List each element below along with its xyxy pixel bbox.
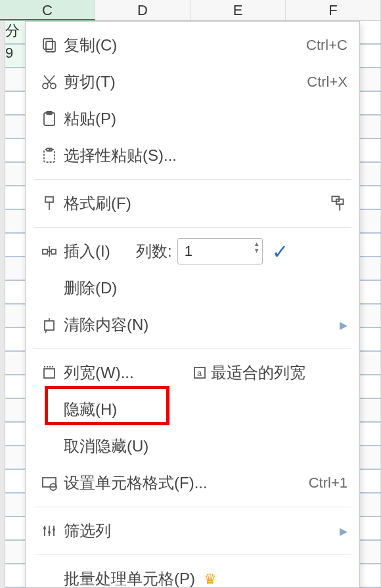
filter-icon	[35, 522, 64, 540]
svg-point-32	[48, 531, 51, 534]
cut-icon	[35, 73, 64, 91]
row-gutter	[0, 21, 5, 588]
menu-separator	[34, 227, 351, 228]
menu-filter-label: 筛选列	[64, 520, 340, 541]
crown-icon: ♛	[204, 571, 217, 587]
menu-format-painter[interactable]: 格式刷(F)	[26, 185, 359, 222]
menu-clear-label: 清除内容(N)	[64, 314, 340, 335]
menu-separator	[34, 348, 351, 349]
svg-rect-16	[51, 249, 56, 254]
menu-cut[interactable]: 剪切(T) Ctrl+X	[26, 64, 359, 100]
format-painter-alt-icon[interactable]	[328, 194, 347, 213]
svg-point-3	[51, 83, 56, 89]
clear-icon	[35, 316, 64, 334]
col-header-f[interactable]: F	[286, 0, 381, 20]
menu-batch[interactable]: 批量处理单元格(P) ♛	[26, 560, 359, 588]
svg-text:a: a	[197, 368, 202, 378]
format-painter-icon	[35, 194, 64, 213]
menu-hide-label: 隐藏(H)	[64, 399, 347, 420]
menu-autofit-label[interactable]: 最适合的列宽	[211, 362, 305, 383]
insert-count-spinner[interactable]: ▲▼	[177, 238, 263, 264]
col-header-d[interactable]: D	[95, 0, 190, 20]
col-width-icon	[35, 364, 64, 382]
copy-icon	[35, 36, 64, 54]
menu-separator	[34, 507, 351, 507]
menu-unhide[interactable]: 取消隐藏(U)	[26, 428, 359, 465]
paste-icon	[35, 110, 64, 128]
menu-batch-label: 批量处理单元格(P) ♛	[64, 568, 347, 588]
menu-format-painter-label: 格式刷(F)	[64, 193, 328, 214]
menu-paste-special-label: 选择性粘贴(S)...	[64, 145, 347, 166]
menu-cut-label: 剪切(T)	[64, 72, 307, 93]
paste-special-icon	[35, 146, 64, 165]
submenu-arrow-icon: ▸	[340, 316, 347, 334]
menu-separator	[34, 555, 351, 555]
menu-separator	[34, 179, 351, 180]
svg-point-31	[43, 527, 46, 530]
col-header-e[interactable]: E	[190, 0, 286, 20]
menu-unhide-label: 取消隐藏(U)	[64, 436, 347, 457]
menu-insert-label: 插入(I)	[64, 241, 136, 262]
menu-filter[interactable]: 筛选列 ▸	[26, 513, 359, 549]
menu-col-width[interactable]: 列宽(W)... a 最适合的列宽	[26, 354, 359, 391]
autofit-icon: a	[189, 364, 211, 381]
svg-rect-10	[45, 197, 53, 202]
svg-rect-0	[43, 39, 53, 49]
svg-rect-1	[46, 41, 55, 52]
spinner-arrows-icon[interactable]: ▲▼	[254, 241, 260, 254]
svg-rect-19	[45, 321, 54, 330]
submenu-arrow-icon: ▸	[340, 522, 347, 540]
menu-paste[interactable]: 粘贴(P)	[26, 100, 359, 137]
svg-rect-15	[43, 249, 47, 254]
svg-rect-26	[43, 478, 56, 487]
menu-batch-text: 批量处理单元格(P)	[64, 570, 195, 587]
insert-count-label: 列数:	[136, 241, 172, 262]
column-headers: C D E F	[0, 0, 381, 21]
menu-copy-label: 复制(C)	[64, 35, 306, 56]
menu-copy-shortcut: Ctrl+C	[306, 37, 347, 54]
col-header-c[interactable]: C	[0, 0, 95, 20]
svg-point-2	[43, 83, 48, 89]
menu-delete-label: 删除(D)	[64, 278, 347, 299]
menu-cut-shortcut: Ctrl+X	[307, 74, 347, 91]
menu-hide[interactable]: 隐藏(H)	[26, 391, 359, 428]
menu-format-cells-label: 设置单元格格式(F)...	[64, 472, 309, 494]
confirm-check-icon[interactable]: ✓	[272, 240, 288, 263]
menu-col-width-label: 列宽(W)...	[64, 362, 189, 383]
svg-rect-22	[44, 369, 55, 378]
svg-point-33	[53, 528, 55, 531]
menu-delete[interactable]: 删除(D)	[26, 270, 359, 306]
context-menu: 复制(C) Ctrl+C 剪切(T) Ctrl+X 粘贴(P) 选择性粘贴(S)…	[25, 21, 360, 588]
menu-format-cells-shortcut: Ctrl+1	[309, 474, 347, 492]
menu-paste-special[interactable]: 选择性粘贴(S)...	[26, 137, 359, 174]
format-cells-icon	[35, 474, 64, 492]
menu-clear[interactable]: 清除内容(N) ▸	[26, 306, 359, 343]
menu-paste-label: 粘贴(P)	[64, 108, 347, 129]
menu-insert[interactable]: 插入(I) 列数: ▲▼ ✓	[26, 233, 359, 270]
menu-format-cells[interactable]: 设置单元格格式(F)... Ctrl+1	[26, 465, 359, 501]
menu-copy[interactable]: 复制(C) Ctrl+C	[26, 27, 359, 64]
insert-icon	[35, 242, 64, 261]
insert-count-input[interactable]	[177, 238, 263, 264]
